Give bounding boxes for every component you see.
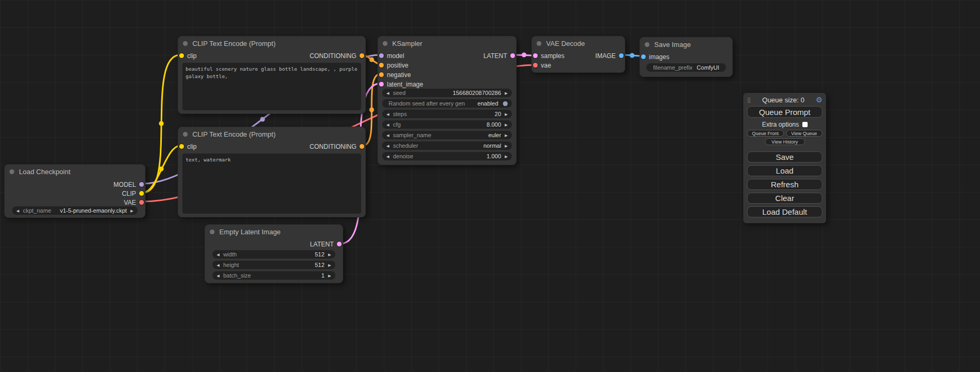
node-clip-text-encode-positive[interactable]: CLIP Text Encode (Prompt) clip CONDITION… xyxy=(178,36,366,114)
collapse-dot-icon[interactable] xyxy=(210,230,215,234)
latent-output-port[interactable] xyxy=(510,53,515,58)
settings-gear-icon[interactable]: ⚙ xyxy=(816,96,822,104)
link-midpoint-dot xyxy=(159,121,164,126)
conditioning-output-port[interactable] xyxy=(360,53,364,58)
prev-arrow-icon[interactable]: ◀ xyxy=(385,123,391,127)
sampler-name-widget[interactable]: ◀ sampler_name euler ▶ xyxy=(382,131,512,139)
node-save-image[interactable]: Save Image images filename_prefix ComfyU… xyxy=(639,37,733,77)
collapse-dot-icon[interactable] xyxy=(183,132,188,137)
node-title-bar[interactable]: KSampler xyxy=(378,36,516,50)
next-arrow-icon[interactable]: ▶ xyxy=(503,144,509,148)
image-output-port[interactable] xyxy=(619,53,624,58)
node-clip-text-encode-negative[interactable]: CLIP Text Encode (Prompt) clip CONDITION… xyxy=(178,127,366,217)
next-arrow-icon[interactable]: ▶ xyxy=(503,123,509,127)
node-title: CLIP Text Encode (Prompt) xyxy=(192,40,276,47)
extra-options-checkbox[interactable] xyxy=(802,122,808,127)
input-slot-positive: positive xyxy=(378,61,516,70)
refresh-button[interactable]: Refresh xyxy=(747,179,822,190)
next-arrow-icon[interactable]: ▶ xyxy=(503,155,509,158)
random-seed-toggle-widget[interactable]: Random seed after every gen enabled xyxy=(382,99,512,108)
positive-prompt-textarea[interactable]: beautiful scenery nature glass bottle la… xyxy=(182,63,361,110)
node-title-bar[interactable]: CLIP Text Encode (Prompt) xyxy=(178,36,365,50)
toggle-indicator-icon[interactable] xyxy=(503,101,508,106)
next-arrow-icon[interactable]: ▶ xyxy=(503,112,509,116)
view-history-button[interactable]: View History xyxy=(765,138,805,145)
collapse-dot-icon[interactable] xyxy=(9,169,14,174)
collapse-dot-icon[interactable] xyxy=(645,42,649,47)
clear-button[interactable]: Clear xyxy=(747,193,822,204)
conditioning-output-port[interactable] xyxy=(360,144,364,149)
next-arrow-icon[interactable]: ▶ xyxy=(503,133,509,137)
next-arrow-icon[interactable]: ▶ xyxy=(327,263,333,267)
model-output-port[interactable] xyxy=(139,182,144,187)
latent-image-input-port[interactable] xyxy=(379,82,384,87)
save-button[interactable]: Save xyxy=(747,151,822,163)
widget-name: sampler_name xyxy=(393,132,431,138)
ckpt-name-widget[interactable]: ◀ ckpt_name v1-5-pruned-emaonly.ckpt ▶ xyxy=(12,206,138,215)
prev-arrow-icon[interactable]: ◀ xyxy=(215,253,221,256)
load-button[interactable]: Load xyxy=(747,165,822,176)
images-input-port[interactable] xyxy=(641,54,646,59)
widget-name: seed xyxy=(393,90,405,96)
cfg-widget[interactable]: ◀ cfg 8.000 ▶ xyxy=(382,120,512,129)
node-title: Load Checkpoint xyxy=(19,168,71,176)
node-ksampler[interactable]: KSampler model LATENT positive negative … xyxy=(377,36,517,165)
vae-output-port[interactable] xyxy=(139,200,144,205)
prev-arrow-icon[interactable]: ◀ xyxy=(385,144,391,148)
widget-value: normal xyxy=(422,142,501,149)
queue-prompt-button[interactable]: Queue Prompt xyxy=(747,106,822,118)
drag-handle-icon[interactable]: ⣿ xyxy=(747,97,751,103)
node-vae-decode[interactable]: VAE Decode samples IMAGE vae xyxy=(531,36,625,73)
batch-size-widget[interactable]: ◀ batch_size 1 ▶ xyxy=(212,271,335,280)
prev-arrow-icon[interactable]: ◀ xyxy=(385,112,391,116)
node-title-bar[interactable]: VAE Decode xyxy=(532,36,625,50)
slot-label: IMAGE xyxy=(595,52,616,60)
prev-arrow-icon[interactable]: ◀ xyxy=(385,91,391,95)
next-arrow-icon[interactable]: ▶ xyxy=(327,253,333,256)
node-empty-latent-image[interactable]: Empty Latent Image LATENT ◀ width 512 ▶ … xyxy=(205,224,343,283)
prev-arrow-icon[interactable]: ◀ xyxy=(385,155,391,158)
widget-value: v1-5-pruned-emaonly.ckpt xyxy=(55,207,127,214)
node-load-checkpoint[interactable]: Load Checkpoint MODEL CLIP VAE ◀ ckpt_na… xyxy=(4,164,145,218)
denoise-widget[interactable]: ◀ denoise 1.000 ▶ xyxy=(382,152,512,160)
node-title-bar[interactable]: Load Checkpoint xyxy=(5,165,145,178)
queue-front-button[interactable]: Queue Front xyxy=(747,130,784,137)
prev-arrow-icon[interactable]: ◀ xyxy=(215,263,221,267)
node-title: Empty Latent Image xyxy=(219,228,280,236)
widget-name: ckpt_name xyxy=(23,207,51,214)
node-title-bar[interactable]: CLIP Text Encode (Prompt) xyxy=(178,127,365,141)
negative-input-port[interactable] xyxy=(379,72,384,77)
output-slot-vae: VAE xyxy=(5,198,145,207)
prev-arrow-icon[interactable]: ◀ xyxy=(215,274,221,278)
slot-label: CLIP xyxy=(122,190,136,197)
scheduler-widget[interactable]: ◀ scheduler normal ▶ xyxy=(382,141,512,150)
prev-arrow-icon[interactable]: ◀ xyxy=(15,209,21,213)
seed-widget[interactable]: ◀ seed 156680208700286 ▶ xyxy=(382,89,512,97)
widget-name: batch_size xyxy=(223,272,251,279)
positive-input-port[interactable] xyxy=(379,63,384,68)
collapse-dot-icon[interactable] xyxy=(383,41,387,46)
steps-widget[interactable]: ◀ steps 20 ▶ xyxy=(382,110,512,118)
node-title-bar[interactable]: Save Image xyxy=(640,37,732,51)
next-arrow-icon[interactable]: ▶ xyxy=(129,209,135,213)
clip-output-port[interactable] xyxy=(139,191,144,196)
link-midpoint-dot xyxy=(370,108,374,112)
slot-label: positive xyxy=(387,62,409,69)
width-widget[interactable]: ◀ width 512 ▶ xyxy=(212,250,335,259)
filename-prefix-widget[interactable]: filename_prefix ComfyUI xyxy=(646,63,726,72)
collapse-dot-icon[interactable] xyxy=(183,41,188,46)
negative-prompt-textarea[interactable]: text, watermark xyxy=(182,154,361,214)
collapse-dot-icon[interactable] xyxy=(537,41,541,46)
next-arrow-icon[interactable]: ▶ xyxy=(503,91,509,95)
vae-input-port[interactable] xyxy=(533,63,538,68)
widget-name: width xyxy=(223,251,237,257)
view-queue-button[interactable]: View Queue xyxy=(786,130,823,137)
next-arrow-icon[interactable]: ▶ xyxy=(327,274,333,278)
node-title-bar[interactable]: Empty Latent Image xyxy=(205,225,343,239)
slot-label: LATENT xyxy=(310,241,334,248)
height-widget[interactable]: ◀ height 512 ▶ xyxy=(212,261,335,269)
load-default-button[interactable]: Load Default xyxy=(747,206,822,217)
prev-arrow-icon[interactable]: ◀ xyxy=(385,133,391,137)
latent-output-port[interactable] xyxy=(337,242,342,246)
node-canvas[interactable]: Load Checkpoint MODEL CLIP VAE ◀ ckpt_na… xyxy=(0,0,980,372)
